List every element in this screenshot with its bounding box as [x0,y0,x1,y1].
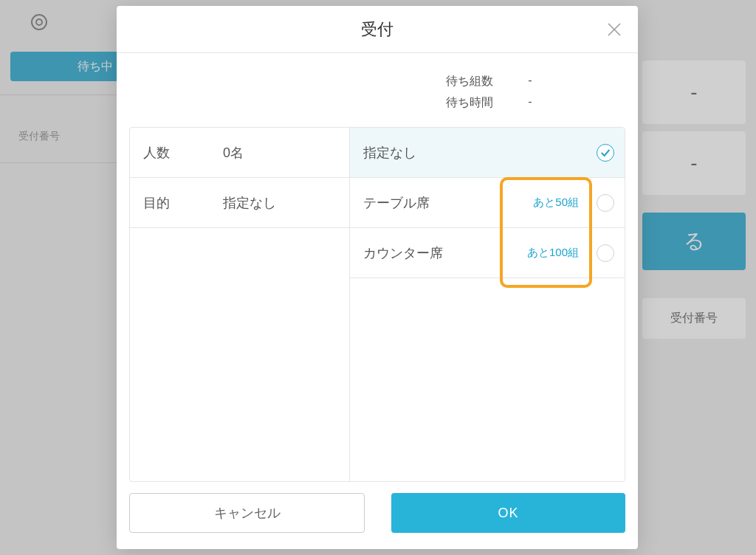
guest-count-label: 人数 [143,144,223,162]
modal-header: 受付 [117,6,638,53]
seat-option-table-remaining: あと50組 [533,196,579,210]
waiting-time-label: 待ち時間 [117,95,515,111]
waiting-groups-value: - [515,74,545,89]
guest-count-value: 0名 [223,144,244,162]
seat-option-table-label: テーブル席 [363,194,430,212]
purpose-label: 目的 [143,194,223,212]
modal-title: 受付 [361,18,394,41]
waiting-time-value: - [515,95,545,111]
waiting-groups-label: 待ち組数 [117,74,515,89]
guest-count-row[interactable]: 人数 0名 [130,128,349,178]
seat-option-table[interactable]: テーブル席 あと50組 [350,178,625,228]
modal-footer: キャンセル OK [117,493,638,549]
close-icon [605,21,623,38]
seat-option-counter[interactable]: カウンター席 あと100組 [350,228,625,278]
cancel-button[interactable]: キャンセル [129,493,365,533]
waiting-stats: 待ち組数 - 待ち時間 - [117,53,638,127]
close-button[interactable] [605,21,623,38]
seat-option-column: 指定なし テーブル席 あと50組 カウンター席 あと100組 [350,128,625,481]
radio-unselected [597,244,614,262]
checkmark-icon [599,147,611,159]
radio-selected [597,144,614,162]
seat-option-counter-remaining: あと100組 [527,246,579,260]
seat-option-none-label: 指定なし [363,144,416,162]
left-column: 人数 0名 目的 指定なし [130,128,350,481]
ok-button[interactable]: OK [391,493,625,533]
purpose-row[interactable]: 目的 指定なし [130,178,349,228]
reception-modal: 受付 待ち組数 - 待ち時間 - 人数 0名 目的 指定なし [117,6,638,549]
radio-unselected [597,194,614,212]
seat-option-counter-label: カウンター席 [363,244,443,262]
selection-panel: 人数 0名 目的 指定なし 指定なし テーブル席 あと50組 [129,127,625,482]
purpose-value: 指定なし [223,194,276,212]
seat-option-none[interactable]: 指定なし [350,128,625,178]
